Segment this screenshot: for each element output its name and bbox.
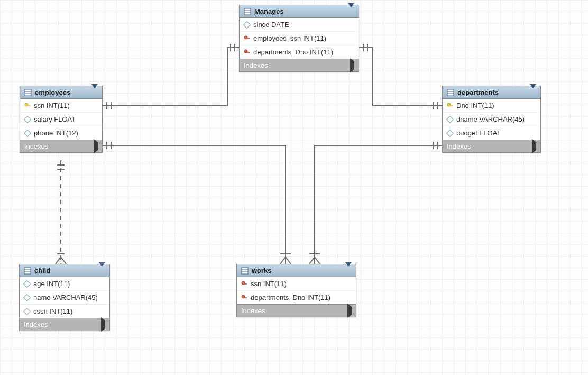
indexes-bar[interactable]: Indexes bbox=[20, 318, 109, 331]
indexes-label: Indexes bbox=[244, 61, 268, 69]
table-header[interactable]: departments bbox=[443, 86, 540, 99]
column-label: age INT(11) bbox=[33, 280, 70, 288]
indexes-bar[interactable]: Indexes bbox=[237, 304, 356, 317]
column-row[interactable]: age INT(11) bbox=[20, 277, 109, 291]
key-icon bbox=[241, 295, 247, 301]
column-label: ssn INT(11) bbox=[251, 280, 287, 288]
key-icon bbox=[244, 49, 250, 56]
table-manages[interactable]: Manages since DATE employees_ssn INT(11)… bbox=[239, 5, 359, 72]
svg-rect-4 bbox=[247, 38, 250, 39]
column-label: employees_ssn INT(11) bbox=[253, 34, 326, 42]
column-row[interactable]: phone INT(12) bbox=[20, 126, 102, 140]
column-row[interactable]: dname VARCHAR(45) bbox=[443, 113, 540, 126]
key-icon bbox=[241, 281, 247, 287]
table-header[interactable]: works bbox=[237, 264, 356, 277]
svg-rect-12 bbox=[447, 89, 454, 96]
table-icon bbox=[24, 267, 31, 275]
diamond-icon bbox=[24, 130, 31, 136]
collapse-icon[interactable] bbox=[99, 267, 105, 275]
column-row[interactable]: salary FLOAT bbox=[20, 113, 102, 126]
key-icon bbox=[244, 35, 250, 42]
expand-icon[interactable] bbox=[347, 307, 352, 315]
table-child[interactable]: child age INT(11) name VARCHAR(45) cssn … bbox=[19, 264, 110, 331]
table-icon bbox=[24, 89, 32, 96]
diamond-icon bbox=[244, 22, 250, 28]
columns-list: Dno INT(11) dname VARCHAR(45) budget FLO… bbox=[443, 99, 540, 140]
column-row[interactable]: name VARCHAR(45) bbox=[20, 291, 109, 305]
columns-list: since DATE employees_ssn INT(11) departm… bbox=[240, 18, 359, 59]
table-works[interactable]: works ssn INT(11) departments_Dno INT(11… bbox=[236, 264, 356, 317]
table-title: Manages bbox=[254, 7, 345, 15]
svg-rect-7 bbox=[25, 89, 31, 96]
table-title: child bbox=[34, 267, 96, 275]
column-row[interactable]: ssn INT(11) bbox=[20, 99, 102, 113]
indexes-label: Indexes bbox=[447, 142, 471, 150]
column-label: cssn INT(11) bbox=[33, 307, 72, 315]
column-label: budget FLOAT bbox=[456, 129, 501, 137]
table-icon bbox=[241, 267, 249, 275]
svg-rect-26 bbox=[244, 297, 247, 298]
column-label: departments_Dno INT(11) bbox=[251, 294, 330, 301]
columns-list: ssn INT(11) departments_Dno INT(11) bbox=[237, 277, 356, 304]
table-title: employees bbox=[35, 88, 88, 96]
indexes-bar[interactable]: Indexes bbox=[20, 140, 102, 152]
diamond-icon bbox=[24, 281, 30, 287]
column-row[interactable]: cssn INT(11) bbox=[20, 305, 109, 318]
svg-rect-17 bbox=[24, 268, 31, 274]
column-label: since DATE bbox=[253, 21, 289, 29]
table-icon bbox=[447, 89, 454, 96]
svg-rect-11 bbox=[27, 105, 30, 106]
table-header[interactable]: child bbox=[20, 264, 109, 277]
column-row[interactable]: ssn INT(11) bbox=[237, 277, 356, 291]
collapse-icon[interactable] bbox=[530, 88, 536, 96]
expand-icon[interactable] bbox=[350, 61, 354, 69]
column-label: departments_Dno INT(11) bbox=[253, 48, 333, 56]
diamond-icon bbox=[24, 295, 30, 301]
key-icon bbox=[447, 103, 453, 109]
table-header[interactable]: employees bbox=[20, 86, 102, 99]
svg-rect-24 bbox=[244, 283, 247, 285]
diamond-icon bbox=[24, 116, 31, 123]
column-row[interactable]: since DATE bbox=[240, 18, 359, 32]
indexes-label: Indexes bbox=[24, 321, 48, 328]
column-label: ssn INT(11) bbox=[34, 102, 70, 109]
column-row[interactable]: departments_Dno INT(11) bbox=[237, 291, 356, 304]
column-row[interactable]: departments_Dno INT(11) bbox=[240, 45, 359, 59]
column-label: dname VARCHAR(45) bbox=[456, 115, 525, 123]
svg-rect-0 bbox=[244, 8, 251, 15]
indexes-bar[interactable]: Indexes bbox=[443, 140, 540, 152]
column-row[interactable]: employees_ssn INT(11) bbox=[240, 32, 359, 45]
column-row[interactable]: budget FLOAT bbox=[443, 126, 540, 140]
indexes-label: Indexes bbox=[241, 307, 265, 315]
table-icon bbox=[244, 8, 251, 15]
svg-rect-6 bbox=[247, 52, 250, 53]
indexes-bar[interactable]: Indexes bbox=[240, 59, 359, 71]
columns-list: age INT(11) name VARCHAR(45) cssn INT(11… bbox=[20, 277, 109, 318]
expand-icon[interactable] bbox=[94, 142, 98, 150]
table-departments[interactable]: departments Dno INT(11) dname VARCHAR(45… bbox=[442, 86, 541, 153]
indexes-label: Indexes bbox=[24, 142, 49, 150]
table-title: works bbox=[252, 267, 342, 275]
columns-list: ssn INT(11) salary FLOAT phone INT(12) bbox=[20, 99, 102, 140]
column-label: salary FLOAT bbox=[34, 115, 76, 123]
column-label: name VARCHAR(45) bbox=[33, 294, 98, 301]
diamond-icon bbox=[447, 130, 453, 136]
column-row[interactable]: Dno INT(11) bbox=[443, 99, 540, 113]
table-employees[interactable]: employees ssn INT(11) salary FLOAT phone… bbox=[20, 86, 103, 153]
table-header[interactable]: Manages bbox=[240, 5, 359, 18]
column-label: phone INT(12) bbox=[34, 129, 78, 137]
table-title: departments bbox=[457, 88, 527, 96]
collapse-icon[interactable] bbox=[91, 88, 98, 96]
key-icon bbox=[24, 103, 31, 109]
svg-rect-16 bbox=[450, 105, 453, 106]
collapse-icon[interactable] bbox=[348, 7, 354, 15]
expand-icon[interactable] bbox=[101, 321, 105, 328]
diamond-icon bbox=[447, 116, 453, 123]
collapse-icon[interactable] bbox=[345, 267, 352, 275]
column-label: Dno INT(11) bbox=[456, 102, 494, 109]
diamond-icon bbox=[24, 308, 30, 315]
svg-rect-20 bbox=[242, 268, 248, 274]
expand-icon[interactable] bbox=[532, 142, 536, 150]
